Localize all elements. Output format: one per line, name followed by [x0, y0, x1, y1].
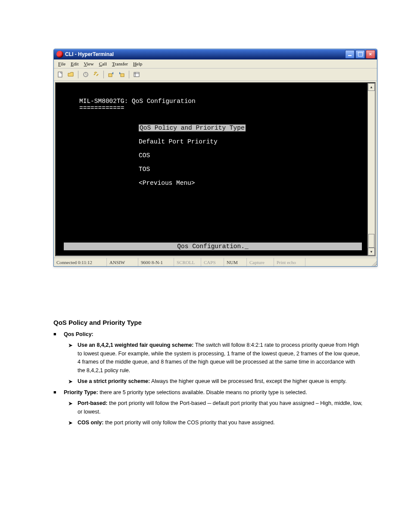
- scroll-down-button[interactable]: ▼: [368, 248, 375, 255]
- status-scroll: SCROLL: [174, 258, 201, 266]
- scroll-up-button[interactable]: ▲: [368, 83, 375, 91]
- arrow-bullet-icon: ➤: [68, 377, 78, 386]
- app-icon: [56, 51, 63, 58]
- terminal-header: MIL-SM8002TG: QoS Configuration: [79, 98, 196, 105]
- status-connected: Connected 0:11:12: [54, 258, 107, 266]
- open-icon[interactable]: [66, 70, 75, 79]
- menu-call[interactable]: Call: [97, 60, 109, 67]
- hyperterminal-window: CLI - HyperTerminal File Edit View Call …: [53, 49, 377, 267]
- menu-help[interactable]: Help: [131, 60, 145, 67]
- receive-icon[interactable]: [117, 70, 126, 79]
- send-icon[interactable]: [106, 70, 116, 79]
- sub-bullet-text: the port priority will follow the Port-b…: [78, 400, 362, 414]
- svg-rect-3: [121, 74, 124, 77]
- sub-bullet-label: Port-based:: [78, 400, 107, 406]
- status-emulation: ANSIW: [107, 258, 138, 266]
- menu-item-qos-policy[interactable]: QoS Policy and Priority Type: [139, 124, 246, 131]
- status-num: NUM: [224, 258, 247, 266]
- sub-bullet-weighted: ➤ Use an 8,4,2,1 weighted fair queuing s…: [68, 341, 364, 375]
- minimize-button[interactable]: [345, 50, 355, 59]
- connect-icon[interactable]: [81, 70, 90, 79]
- sub-bullet-strict: ➤ Use a strict priority scheme: Always t…: [68, 377, 364, 386]
- menu-item-cos[interactable]: COS: [139, 152, 150, 159]
- bullet1-text: Qos Policy:: [64, 330, 364, 339]
- resize-grip[interactable]: [370, 259, 377, 266]
- menu-bar: File Edit View Call Transfer Help: [54, 59, 377, 68]
- close-button[interactable]: [366, 50, 375, 59]
- scroll-thumb[interactable]: [368, 234, 374, 248]
- status-print-echo: Print echo: [274, 258, 305, 266]
- status-baud: 9600 8-N-1: [138, 258, 174, 266]
- menu-file[interactable]: File: [56, 60, 68, 67]
- maximize-button[interactable]: [355, 50, 365, 59]
- status-capture: Capture: [247, 258, 274, 266]
- sub-bullet-cos-only: ➤ COS only: the port priority will only …: [68, 419, 364, 427]
- separator: [78, 71, 78, 78]
- menu-item-tos[interactable]: TOS: [139, 166, 150, 173]
- window-title: CLI - HyperTerminal: [65, 51, 114, 57]
- terminal-status-line: Qos Configuration._: [64, 243, 362, 250]
- separator: [103, 71, 104, 78]
- sub-bullet-port-based: ➤ Port-based: the port priority will fol…: [68, 399, 364, 416]
- bullet1-intro: there are 5 priority type selections ava…: [98, 389, 307, 395]
- square-bullet-icon: ■: [53, 389, 64, 397]
- sub-bullet-label: COS only:: [78, 420, 103, 426]
- bullet-qos-policy: ■ Qos Policy:: [53, 330, 364, 339]
- bullet1-text: Priority Type:: [64, 389, 98, 395]
- svg-rect-0: [58, 72, 62, 77]
- menu-view[interactable]: View: [81, 60, 96, 67]
- arrow-bullet-icon: ➤: [68, 399, 78, 416]
- svg-rect-4: [134, 72, 139, 77]
- svg-rect-2: [109, 74, 112, 77]
- sub-bullet-text: the port priority will only follow the C…: [103, 420, 274, 426]
- disconnect-icon[interactable]: [91, 70, 101, 79]
- status-bar: Connected 0:11:12 ANSIW 9600 8-N-1 SCROL…: [54, 258, 377, 266]
- menu-transfer[interactable]: Transfer: [109, 60, 131, 67]
- status-caps: CAPS: [201, 258, 224, 266]
- separator: [129, 71, 129, 78]
- vertical-scrollbar[interactable]: ▲ ▼: [367, 83, 375, 255]
- arrow-bullet-icon: ➤: [68, 419, 78, 427]
- sub-bullet-text: Always the higher queue will be processe…: [150, 378, 346, 384]
- selected-item: QoS Policy and Priority Type: [139, 124, 246, 131]
- client-area: MIL-SM8002TG: QoS Configuration ========…: [54, 81, 377, 258]
- toolbar: [54, 68, 377, 81]
- menu-item-previous[interactable]: <Previous Menu>: [139, 180, 195, 187]
- new-icon[interactable]: [56, 70, 65, 79]
- square-bullet-icon: ■: [53, 330, 64, 339]
- title-bar[interactable]: CLI - HyperTerminal: [54, 49, 377, 59]
- document-body: QoS Policy and Priority Type ■ Qos Polic…: [53, 314, 364, 430]
- section-heading: QoS Policy and Priority Type: [53, 319, 364, 326]
- properties-icon[interactable]: [132, 70, 141, 79]
- menu-item-default-port-priority[interactable]: Default Port Priority: [139, 138, 218, 145]
- menu-edit[interactable]: Edit: [68, 60, 81, 67]
- sub-bullet-label: Use a strict priority scheme:: [78, 378, 150, 384]
- terminal[interactable]: MIL-SM8002TG: QoS Configuration ========…: [55, 82, 376, 256]
- sub-bullet-label: Use an 8,4,2,1 weighted fair queuing sch…: [78, 342, 194, 348]
- terminal-underline: ============: [79, 105, 124, 112]
- bullet-priority-type: ■ Priority Type: there are 5 priority ty…: [53, 389, 364, 397]
- arrow-bullet-icon: ➤: [68, 341, 78, 375]
